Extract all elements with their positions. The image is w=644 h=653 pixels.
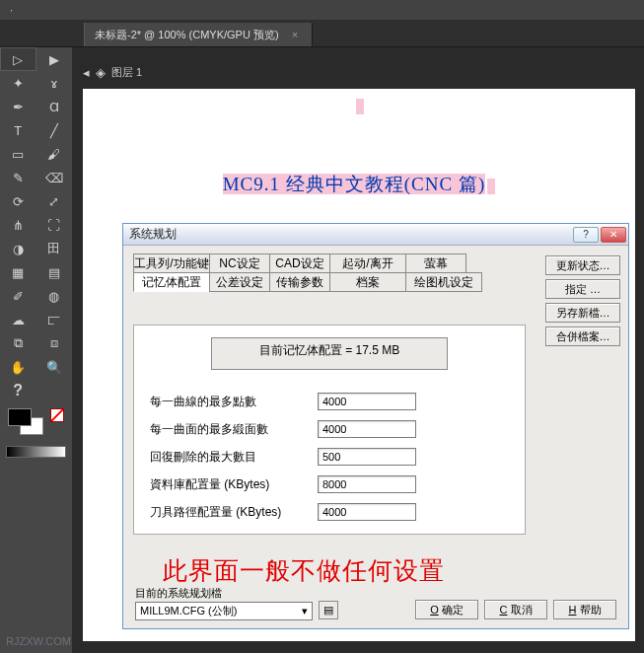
title-text: MC9.1 经典中文教程(CNC 篇) [223,174,486,194]
cfg-value: MILL9M.CFG (公制) [140,604,237,618]
field-label: 刀具路徑配置量 (KBytes) [150,504,318,521]
tab-cad-settings[interactable]: CAD设定 [269,254,330,273]
eyedropper-tool-icon[interactable]: ✐ [0,284,36,308]
chevron-down-icon: ▾ [302,605,308,617]
color-swatches[interactable] [8,408,64,436]
move-tool-icon[interactable]: ▷ [0,47,36,71]
type-tool-icon[interactable]: T [0,118,36,142]
watermark: RJZXW.COM [6,635,71,647]
dialog-side-buttons: 更新状态… 指定 … 另存新檔… 合併檔案… [545,255,620,346]
wand-tool-icon[interactable]: ✦ [0,71,36,95]
left-toolbar: ▷▶ ✦ɤ ✒Ɑ T╱ ▭🖌 ✎⌫ ⟳⤢ ⋔⛶ ◑田 ▦▤ ✐◍ ☁⫍ ⧉⧈ ✋… [0,47,73,653]
undo-max-input[interactable] [318,448,416,466]
close-icon[interactable]: × [292,29,298,40]
field-label: 每一曲面的最多緞面數 [150,421,318,438]
tab-screen[interactable]: 萤幕 [405,254,466,273]
zoom-tool-icon[interactable]: 🔍 [36,355,73,379]
document-tab[interactable]: 未标题-2* @ 100% (CMYK/GPU 预览) × [84,23,313,46]
gradient-tool-icon[interactable]: ▤ [36,260,73,284]
artboard-crop-icon[interactable]: ⧈ [36,331,73,355]
system-config-dialog: 系统规划 ? ✕ 工具列/功能键 NC设定 CAD设定 起动/离开 萤幕 记忆体… [122,223,629,629]
dialog-titlebar[interactable]: 系统规划 ? ✕ [123,224,628,246]
brush-tool-icon[interactable]: 🖌 [36,142,73,166]
layer-label: 图层 1 [111,65,142,80]
chevron-left-icon[interactable]: ◂ [83,65,90,80]
tab-tolerance[interactable]: 公差设定 [209,272,270,292]
dialog-footer: 目前的系統规划檔 MILL9M.CFG (公制) ▾ ▤ O 确定 C 取消 H… [123,586,628,620]
slice-tool-icon[interactable]: ⧉ [0,331,36,355]
help-button[interactable]: H 帮助 [553,600,616,619]
cfg-label: 目前的系統规划檔 [135,586,313,601]
field-row: 每一曲面的最多緞面數 [150,415,509,443]
field-row: 回復刪除的最大數目 [150,443,509,471]
help-icon[interactable]: ? [573,227,599,243]
layers-icon: ◈ [96,65,106,80]
tab-memory-config[interactable]: 记忆体配置 [133,272,210,292]
close-icon[interactable]: ✕ [601,227,626,243]
tab-transfer-params[interactable]: 传输参数 [269,272,330,292]
assign-button[interactable]: 指定 … [545,279,620,299]
pen-tool-icon[interactable]: ✒ [0,95,36,118]
line-tool-icon[interactable]: ╱ [36,118,73,142]
artboard-tool-icon[interactable]: ▶ [36,47,73,71]
free-transform-tool-icon[interactable]: ⛶ [36,213,73,237]
tab-plotter[interactable]: 绘图机设定 [405,272,482,292]
tab-nc-settings[interactable]: NC设定 [209,254,270,273]
dialog-title: 系统规划 [129,226,571,243]
surface-sections-input[interactable] [318,420,416,438]
save-as-button[interactable]: 另存新檔… [545,303,620,323]
cfg-select[interactable]: MILL9M.CFG (公制) ▾ [135,602,313,620]
graph-tool-icon[interactable]: ⫍ [36,308,73,331]
mesh-tool-icon[interactable]: ▦ [0,260,36,284]
rotate-tool-icon[interactable]: ⟳ [0,189,36,213]
document-tabbar: 未标题-2* @ 100% (CMYK/GPU 预览) × [0,20,644,47]
menu-placeholder[interactable]: · [10,4,13,16]
help-tool-icon[interactable]: ? [0,379,36,402]
field-label: 資料庫配置量 (KBytes) [150,476,318,493]
tab-title: 未标题-2* @ 100% (CMYK/GPU 预览) [95,29,279,40]
scale-tool-icon[interactable]: ⤢ [36,189,73,213]
lasso-tool-icon[interactable]: ɤ [36,71,73,95]
empty-tool [36,379,73,402]
tab-startup-exit[interactable]: 起动/离开 [329,254,406,273]
cancel-button[interactable]: C 取消 [484,600,547,619]
current-memory-line: 目前记忆体配置 = 17.5 MB [211,337,448,370]
symbol-tool-icon[interactable]: ☁ [0,308,36,331]
width-tool-icon[interactable]: ⋔ [0,213,36,237]
ok-button[interactable]: O 确定 [415,600,478,619]
field-row: 資料庫配置量 (KBytes) [150,471,509,498]
memory-config-panel: 目前记忆体配置 = 17.5 MB 每一曲線的最多點數 每一曲面的最多緞面數 回… [133,325,526,535]
dialog-tabs: 工具列/功能键 NC设定 CAD设定 起动/离开 萤幕 记忆体配置 公差设定 传… [133,254,528,291]
rect-tool-icon[interactable]: ▭ [0,142,36,166]
field-label: 回復刪除的最大數目 [150,449,318,466]
gradient-strip[interactable] [6,446,66,458]
pink-marker [356,99,364,114]
hand-tool-icon[interactable]: ✋ [0,355,36,379]
curvature-tool-icon[interactable]: Ɑ [36,95,73,118]
database-alloc-input[interactable] [318,475,416,493]
document-title: MC9.1 经典中文教程(CNC 篇) [83,172,635,197]
shape-builder-tool-icon[interactable]: ◑ [0,237,36,260]
app-menubar: · [0,0,644,20]
field-label: 每一曲線的最多點數 [150,394,318,410]
tab-toolbar-funckeys[interactable]: 工具列/功能键 [133,254,210,273]
merge-file-button[interactable]: 合併檔案… [545,326,620,346]
foreground-swatch[interactable] [8,408,32,426]
document-canvas: MC9.1 经典中文教程(CNC 篇) 4-04：Mc9.1 基本设置 本课的学… [83,89,635,641]
file-browse-button[interactable]: ▤ [319,601,338,619]
eraser-tool-icon[interactable]: ⌫ [36,166,73,189]
tab-files[interactable]: 档案 [329,272,406,292]
pencil-tool-icon[interactable]: ✎ [0,166,36,189]
curve-points-input[interactable] [318,393,416,410]
blend-tool-icon[interactable]: ◍ [36,284,73,308]
field-row: 每一曲線的最多點數 [150,388,509,415]
layer-panel-header[interactable]: ◂ ◈ 图层 1 [83,61,191,83]
field-row: 刀具路徑配置量 (KBytes) [150,498,509,526]
toolpath-alloc-input[interactable] [318,503,416,521]
none-swatch[interactable] [50,408,64,422]
red-note: 此界面一般不做任何设置 [163,554,618,587]
update-status-button[interactable]: 更新状态… [545,255,620,275]
pink-marker [487,179,495,194]
perspective-tool-icon[interactable]: 田 [36,237,73,260]
